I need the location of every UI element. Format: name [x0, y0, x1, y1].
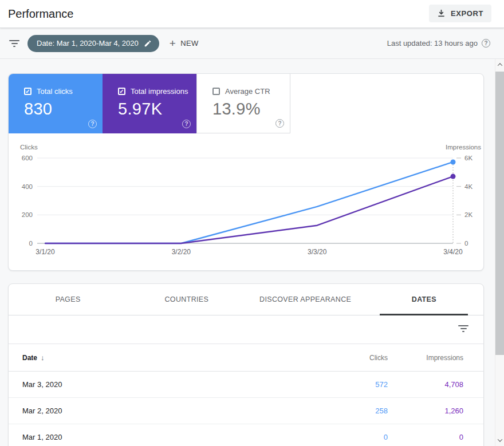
date-filter-label: Date: Mar 1, 2020-Mar 4, 2020 [37, 39, 139, 48]
table-body: Mar 3, 20205724,708Mar 2, 20202581,260Ma… [9, 372, 483, 446]
clicks-cell: 258 [319, 406, 388, 415]
svg-text:3/1/20: 3/1/20 [36, 248, 55, 256]
impressions-column-header[interactable]: Impressions [388, 354, 463, 362]
filter-bar: Date: Mar 1, 2020-Mar 4, 2020 + NEW Last… [0, 28, 504, 59]
checkbox-unchecked-icon[interactable] [212, 88, 220, 95]
tab-dates[interactable]: DATES [365, 284, 483, 315]
date-cell: Mar 1, 2020 [9, 433, 319, 441]
table-row[interactable]: Mar 3, 20205724,708 [9, 372, 483, 398]
edit-pencil-icon [144, 40, 152, 48]
export-label: EXPORT [451, 9, 483, 18]
scrollbar-thumb[interactable] [495, 72, 504, 355]
metric-label: Total clicks [37, 87, 73, 96]
svg-text:200: 200 [22, 211, 33, 218]
impressions-cell: 0 [388, 433, 463, 441]
help-icon[interactable]: ? [88, 120, 97, 128]
svg-text:4K: 4K [464, 183, 472, 190]
impressions-cell: 1,260 [388, 406, 463, 415]
export-button[interactable]: EXPORT [429, 5, 491, 22]
app-header: Performance EXPORT [0, 0, 504, 28]
table-filter-icon[interactable] [458, 325, 468, 332]
clicks-column-header[interactable]: Clicks [319, 354, 388, 362]
svg-text:Impressions: Impressions [446, 144, 481, 151]
svg-text:3/3/20: 3/3/20 [308, 248, 327, 256]
help-icon[interactable]: ? [482, 39, 490, 48]
table-row[interactable]: Mar 1, 202000 [9, 424, 483, 446]
metric-card-average-ctr[interactable]: Average CTR13.9%? [196, 74, 290, 133]
table-row[interactable]: Mar 2, 20202581,260 [9, 398, 483, 424]
date-cell: Mar 3, 2020 [9, 380, 319, 389]
checkbox-checked-icon[interactable]: ✓ [24, 88, 32, 95]
data-table-card: PAGESCOUNTRIESDISCOVER APPEARANCEDATES D… [8, 283, 484, 446]
svg-text:3/4/20: 3/4/20 [443, 248, 463, 256]
svg-text:0: 0 [29, 240, 33, 247]
new-filter-label: NEW [180, 39, 199, 48]
svg-text:600: 600 [22, 155, 33, 161]
tab-countries[interactable]: COUNTRIES [127, 284, 246, 315]
tab-bar: PAGESCOUNTRIESDISCOVER APPEARANCEDATES [9, 284, 483, 315]
svg-text:0: 0 [464, 240, 468, 247]
svg-text:3/2/20: 3/2/20 [172, 248, 191, 256]
scrollbar-down-button[interactable] [495, 436, 504, 445]
sort-descending-icon[interactable]: ↓ [41, 353, 45, 362]
table-toolbar [9, 315, 483, 344]
date-filter-chip[interactable]: Date: Mar 1, 2020-Mar 4, 2020 [27, 35, 159, 52]
date-column-header[interactable]: Date ↓ [9, 353, 319, 362]
chevron-down-icon [498, 437, 502, 441]
download-icon [437, 9, 446, 18]
checkbox-checked-icon[interactable]: ✓ [118, 88, 125, 95]
date-cell: Mar 2, 2020 [9, 406, 319, 415]
metric-value: 13.9% [212, 100, 290, 119]
last-updated: Last updated: 13 hours ago ? [387, 39, 490, 48]
metric-card-total-clicks[interactable]: ✓Total clicks830? [9, 74, 103, 133]
metric-label: Average CTR [225, 87, 270, 96]
tab-pages[interactable]: PAGES [9, 284, 127, 315]
metric-value: 830 [24, 100, 103, 119]
last-updated-text: Last updated: 13 hours ago [387, 39, 478, 48]
scroll-area: ✓Total clicks830?✓Total impressions5.97K… [0, 59, 495, 446]
clicks-cell: 0 [319, 433, 388, 441]
chevron-up-icon [498, 63, 502, 68]
svg-text:400: 400 [22, 183, 33, 190]
filter-icon[interactable] [9, 40, 19, 47]
metric-label: Total impressions [131, 87, 188, 96]
scrollbar-up-button[interactable] [495, 60, 504, 69]
clicks-cell: 572 [319, 380, 388, 389]
performance-chart[interactable]: 002002K4004K6006KClicksImpressions3/1/20… [9, 141, 485, 271]
tab-discover-appearance[interactable]: DISCOVER APPEARANCE [246, 284, 365, 315]
scrollbar[interactable] [495, 59, 504, 446]
svg-text:6K: 6K [464, 155, 472, 161]
table-header: Date ↓ Clicks Impressions [9, 344, 483, 372]
help-icon[interactable]: ? [182, 120, 191, 128]
help-icon[interactable]: ? [275, 119, 284, 128]
chart-card: ✓Total clicks830?✓Total impressions5.97K… [8, 73, 484, 271]
svg-text:2K: 2K [464, 211, 472, 218]
new-filter-button[interactable]: + NEW [170, 38, 199, 49]
svg-text:Clicks: Clicks [20, 144, 38, 151]
plus-icon: + [170, 38, 176, 49]
metric-cards: ✓Total clicks830?✓Total impressions5.97K… [9, 74, 290, 133]
impressions-cell: 4,708 [388, 380, 463, 389]
metric-card-total-impressions[interactable]: ✓Total impressions5.97K? [103, 74, 196, 133]
metric-value: 5.97K [118, 100, 196, 119]
page-title: Performance [8, 7, 74, 21]
